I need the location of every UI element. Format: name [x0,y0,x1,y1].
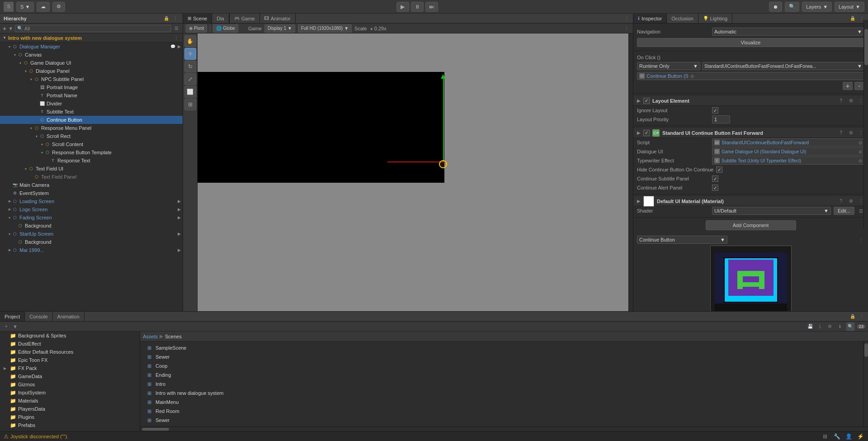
tree-startup-screen[interactable]: ▼ ⬡ StartUp Screen ▶ [0,230,183,238]
asset-sample-scene[interactable]: ⊞ SampleScene [144,343,860,352]
tree-response-menu-panel[interactable]: ▼ ⬡ Response Menu Panel [0,124,183,132]
layout-dropdown[interactable]: Layout ▼ [835,2,864,12]
visualize-button[interactable]: Visualize [637,38,864,47]
assets-path-assets[interactable]: Assets [143,334,158,339]
add-component-button[interactable]: Add Component [706,220,796,230]
material-header[interactable]: ▶ Default UI Material (Material) ? ⚙ ⋮ [633,196,868,206]
asset-ending[interactable]: ⊞ Ending [144,370,860,379]
scene-options-icon[interactable]: ⋮ [173,34,180,42]
shader-edit-button[interactable]: Edit... [834,207,854,215]
on-click-remove-button[interactable]: - [854,82,864,90]
save-icon[interactable]: 💾 [807,323,814,330]
hierarchy-add-button[interactable]: + [3,25,6,32]
layout-priority-input[interactable] [712,115,730,123]
proj-plugins[interactable]: 📁 Plugins [0,413,140,421]
hierarchy-tab[interactable]: Hierarchy [4,16,27,21]
proj-fx-pack[interactable]: ▶ 📁 FX Pack [0,364,140,372]
tree-text-field-panel[interactable]: ⬡ Text Field Panel [0,173,183,181]
transform-tool[interactable]: ⊞ [184,99,196,110]
inspector-lock-icon[interactable]: 🔒 [849,15,856,22]
tab-inspector[interactable]: ℹ Inspector [633,14,667,23]
pause-button[interactable]: ⏸ [411,2,424,12]
asset-sewer2[interactable]: ⊞ Sewer [144,416,860,425]
import-icon[interactable]: ⤵ [816,323,824,330]
on-click-add-button[interactable]: + [843,82,853,90]
tree-divider[interactable]: ⬜ Divider [0,100,183,108]
hierarchy-filter-icon[interactable]: ☰ [173,25,180,32]
script-settings-icon[interactable]: ⚙ [847,129,854,137]
tab-animation[interactable]: Animation [53,312,85,321]
runtime-only-dropdown[interactable]: Runtime Only ▼ [637,62,700,70]
proj-gamedata[interactable]: 📁 GameData [0,372,140,380]
move-tool[interactable]: ✛ [184,48,196,60]
tree-response-button-template[interactable]: ▼ ⬡ Response Button Template [0,148,183,156]
tree-text-field-ui[interactable]: ▼ ⬡ Text Field UI [0,165,183,173]
tree-loading-screen[interactable]: ▶ ⬡ Loading Screen ▶ [0,197,183,205]
proj-prefabs[interactable]: 📁 Prefabs [0,421,140,429]
tree-fading-screen[interactable]: ▼ ⬡ Fading Screen ▶ [0,213,183,222]
layout-element-settings-icon[interactable]: ⚙ [847,97,854,104]
proj-materials[interactable]: 📁 Materials [0,397,140,405]
account-button[interactable]: S ▼ [16,2,34,12]
proj-inputsystem[interactable]: 📁 InputSystem [0,389,140,397]
collab-button[interactable]: ⚙ [52,2,65,12]
preview-more-icon[interactable]: ⋮ [857,236,864,243]
proj-dusteffect[interactable]: 📁 DustEffect [0,340,140,348]
tab-dia[interactable]: Dia [212,14,229,23]
continue-alert-checkbox[interactable]: ✓ [712,185,718,191]
tree-npc-subtitle-panel[interactable]: ▼ ⬡ NPC Subtitle Panel [0,75,183,83]
proj-playersdata[interactable]: 📁 PlayersData [0,405,140,413]
material-settings-icon[interactable]: ⚙ [847,198,854,205]
preview-label-dropdown[interactable]: Continue Button ▼ [637,236,727,244]
script-component-checkbox[interactable]: ✓ [643,130,650,136]
ignore-layout-checkbox[interactable]: ✓ [712,107,718,114]
proj-editor-default[interactable]: 📁 Editor Default Resources [0,348,140,356]
script-component-header[interactable]: ▶ ✓ C# Standard UI Continue Button Fast … [633,128,868,138]
display-dropdown[interactable]: Display 1 ▼ [264,24,295,33]
tree-portrait-image[interactable]: 🖼 Portrait Image [0,83,183,91]
shader-dropdown[interactable]: UI/Default ▼ [712,207,831,215]
tab-console[interactable]: Console [25,312,52,321]
hierarchy-scrollbar[interactable] [863,20,868,228]
asset-intro[interactable]: ⊞ Intro [144,379,860,389]
proj-gizmos[interactable]: 📁 Gizmos [0,380,140,389]
scene-scroll-right[interactable] [628,33,633,311]
continue-subtitle-checkbox[interactable]: ✓ [712,175,718,182]
history-button[interactable]: ⏺ [769,2,782,12]
tree-background-startup[interactable]: ⬡ Background [0,238,183,246]
tree-subtitle-text[interactable]: T Subtitle Text [0,108,183,116]
view-more-icon[interactable]: ⋮ [623,15,630,22]
tab-occlusion[interactable]: Occlusion [667,14,698,23]
asset-intro-dialogue[interactable]: ⊞ Intro with new dialogue system [144,389,860,398]
info-icon[interactable]: ℹ [836,323,844,330]
assets-scrollbar[interactable] [863,341,868,427]
status-icon3[interactable]: 👤 [844,432,853,441]
hide-continue-checkbox[interactable]: ✓ [716,166,722,173]
tree-event-system[interactable]: ⚙ EventSystem [0,189,183,197]
layout-element-help-icon[interactable]: ? [837,97,844,104]
play-button[interactable]: ▶ [396,2,409,12]
layout-element-header[interactable]: ▶ ✓ Layout Element ? ⚙ ⋮ [633,96,868,106]
asset-coop[interactable]: ⊞ Coop [144,361,860,370]
scene-viewport[interactable] [198,33,633,311]
assets-hscroll[interactable] [140,427,868,431]
assets-path-scenes[interactable]: Scenes [165,334,182,339]
status-icon2[interactable]: 🔧 [833,432,841,441]
asset-red-room[interactable]: ⊞ Red Room [144,407,860,416]
asset-mainmenu[interactable]: ⊞ MainMenu [144,398,860,407]
rect-tool[interactable]: ⬜ [184,86,196,98]
navigation-dropdown[interactable]: Automatic ▼ [712,28,864,36]
layers-dropdown[interactable]: Layers ▼ [802,2,832,12]
tree-response-text[interactable]: T Response Text [0,156,183,165]
pivot-button[interactable]: ⊕ Pivot [186,24,207,33]
scene-options-icon[interactable]: ⋮ [623,25,630,32]
tab-animator[interactable]: 🎞 Animator [260,14,296,23]
hierarchy-more-icon[interactable]: ⋮ [172,15,179,22]
cloud-button[interactable]: ☁ [37,2,50,12]
hierarchy-search[interactable]: 🔍 All [15,25,171,32]
proj-background-sprites[interactable]: 📁 Background & Sprites [0,332,140,340]
tree-mai1999[interactable]: ▶ ⬡ Mai 1999... ▶ [0,246,183,254]
tree-background-fading[interactable]: ⬡ Background [0,222,183,230]
tree-canvas[interactable]: ▼ ⬡ Canvas [0,51,183,59]
gizmo-transform-handle[interactable] [439,160,447,168]
